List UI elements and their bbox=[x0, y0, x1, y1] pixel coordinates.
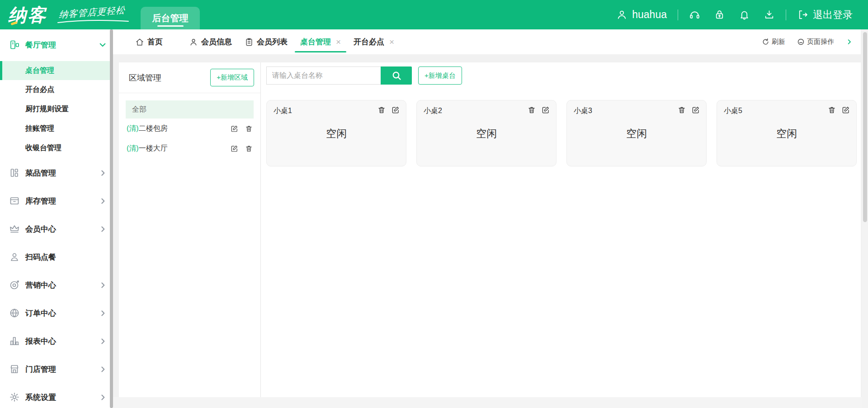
trash-icon[interactable] bbox=[245, 145, 253, 152]
tab-open-table-required[interactable]: 开台必点 × bbox=[347, 29, 401, 54]
tab-member-info[interactable]: 会员信息 bbox=[183, 29, 238, 54]
sidebar-item-label: 开台必点 bbox=[25, 85, 54, 95]
tables-panel: +新增桌台 小桌1 空闲 小桌2 bbox=[261, 62, 861, 397]
chart-icon bbox=[9, 336, 20, 346]
refresh-label: 刷新 bbox=[772, 38, 785, 46]
username: huahua bbox=[632, 9, 667, 21]
edit-icon[interactable] bbox=[231, 125, 238, 133]
refresh-button[interactable]: 刷新 bbox=[762, 38, 785, 46]
table-name: 小桌5 bbox=[724, 106, 742, 116]
trash-icon[interactable] bbox=[377, 106, 386, 114]
search-button[interactable] bbox=[381, 66, 412, 85]
backstage-nav-tab[interactable]: 后台管理 bbox=[141, 7, 200, 29]
sidebar-item-marketing-center[interactable]: 营销中心 bbox=[0, 271, 113, 299]
page-actions-button[interactable]: 页面操作 bbox=[797, 38, 834, 46]
sidebar-item-inventory[interactable]: 库存管理 bbox=[0, 187, 113, 215]
sidebar-item-member-center[interactable]: 会员中心 bbox=[0, 215, 113, 243]
globe-icon bbox=[9, 308, 20, 318]
add-region-button[interactable]: +新增区域 bbox=[210, 69, 254, 86]
chevron-right-icon[interactable] bbox=[846, 38, 853, 45]
page-scrollbar-thumb[interactable] bbox=[863, 32, 867, 222]
sidebar-item-label: 订单中心 bbox=[25, 308, 56, 318]
table-card[interactable]: 小桌2 空闲 bbox=[416, 100, 557, 166]
trash-icon[interactable] bbox=[828, 106, 836, 114]
sidebar-item-table-management[interactable]: 桌台管理 bbox=[0, 61, 113, 80]
sidebar-item-store-management[interactable]: 门店管理 bbox=[0, 355, 113, 383]
logout-icon bbox=[797, 9, 808, 20]
sidebar-item-order-center[interactable]: 订单中心 bbox=[0, 299, 113, 327]
edit-icon[interactable] bbox=[692, 106, 700, 114]
edit-icon[interactable] bbox=[842, 106, 850, 114]
table-card[interactable]: 小桌5 空闲 bbox=[717, 100, 857, 166]
headset-icon[interactable] bbox=[689, 9, 700, 20]
person-icon bbox=[9, 251, 20, 262]
trash-icon[interactable] bbox=[245, 125, 253, 133]
sidebar-scrollbar[interactable] bbox=[110, 29, 113, 408]
table-search-row: +新增桌台 bbox=[266, 66, 861, 85]
sidebar-group-label: 餐厅管理 bbox=[25, 40, 56, 50]
region-item-all[interactable]: 全部 bbox=[126, 100, 254, 119]
region-panel-header: 区域管理 +新增区域 bbox=[119, 62, 260, 93]
sidebar-item-credit-management[interactable]: 挂账管理 bbox=[0, 119, 113, 138]
edit-icon[interactable] bbox=[392, 106, 400, 114]
tab-member-list[interactable]: 会员列表 bbox=[238, 29, 294, 54]
sidebar-group-restaurant[interactable]: 餐厅管理 bbox=[0, 35, 113, 55]
region-list: 全部 (清) 二楼包房 (清) 一楼大厅 bbox=[119, 93, 260, 158]
region-panel-title: 区域管理 bbox=[129, 72, 161, 83]
edit-icon[interactable] bbox=[542, 106, 550, 114]
sidebar-item-kitchen-print-rules[interactable]: 厨打规则设置 bbox=[0, 100, 113, 119]
sidebar-item-label: 收银台管理 bbox=[25, 143, 61, 153]
lock-icon[interactable] bbox=[714, 9, 725, 20]
chevron-right-icon bbox=[99, 365, 107, 373]
region-item-actions bbox=[231, 125, 253, 133]
table-name: 小桌1 bbox=[274, 106, 292, 116]
region-panel: 区域管理 +新增区域 全部 (清) 二楼包房 (清) bbox=[119, 62, 260, 397]
page-actions-icon bbox=[797, 38, 805, 46]
chevron-right-icon bbox=[99, 169, 107, 177]
sidebar-item-label: 挂账管理 bbox=[25, 124, 54, 133]
tab-table-management[interactable]: 桌台管理 × bbox=[294, 29, 347, 54]
edit-icon[interactable] bbox=[231, 145, 238, 152]
tab-label: 开台必点 bbox=[354, 37, 384, 47]
tab-home[interactable]: 首页 bbox=[129, 29, 169, 54]
table-card[interactable]: 小桌1 空闲 bbox=[266, 100, 406, 166]
tab-label: 会员列表 bbox=[257, 37, 288, 47]
close-icon[interactable]: × bbox=[389, 37, 394, 47]
user-menu[interactable]: huahua bbox=[616, 9, 667, 21]
chevron-right-icon bbox=[99, 394, 107, 401]
trash-icon[interactable] bbox=[678, 106, 686, 114]
trash-icon[interactable] bbox=[528, 106, 536, 114]
sidebar-main-menu: 菜品管理 库存管理 会员中心 bbox=[0, 159, 113, 408]
close-icon[interactable]: × bbox=[336, 37, 341, 47]
sidebar-item-label: 会员中心 bbox=[25, 224, 56, 234]
chevron-right-icon bbox=[99, 225, 107, 233]
chevron-right-icon bbox=[99, 197, 107, 205]
clipboard-icon bbox=[245, 38, 254, 47]
sidebar-item-report-center[interactable]: 报表中心 bbox=[0, 327, 113, 355]
sidebar-item-label: 营销中心 bbox=[25, 280, 56, 290]
table-card-actions bbox=[528, 106, 550, 114]
sidebar-item-cashier-management[interactable]: 收银台管理 bbox=[0, 138, 113, 158]
region-item-actions bbox=[231, 145, 253, 152]
region-item-label: 二楼包房 bbox=[139, 124, 168, 133]
region-item[interactable]: (清) 二楼包房 bbox=[126, 119, 254, 138]
tab-label: 首页 bbox=[147, 37, 163, 47]
page-scrollbar[interactable] bbox=[862, 29, 868, 408]
sidebar-item-system-settings[interactable]: 系统设置 bbox=[0, 383, 113, 408]
bell-icon[interactable] bbox=[739, 9, 750, 20]
sidebar-item-dishes[interactable]: 菜品管理 bbox=[0, 159, 113, 187]
app-header: 纳客 纳客管店更轻松 后台管理 huahua bbox=[0, 0, 868, 29]
add-table-button[interactable]: +新增桌台 bbox=[418, 66, 462, 85]
download-icon[interactable] bbox=[764, 9, 775, 20]
sidebar-item-scan-order[interactable]: 扫码点餐 bbox=[0, 243, 113, 271]
table-card-actions bbox=[377, 106, 400, 114]
sidebar-item-label: 门店管理 bbox=[25, 364, 56, 375]
table-search-input[interactable] bbox=[266, 66, 381, 85]
table-card[interactable]: 小桌3 空闲 bbox=[566, 100, 707, 166]
table-name: 小桌3 bbox=[574, 106, 592, 116]
logout-button[interactable]: 退出登录 bbox=[797, 8, 853, 22]
region-item[interactable]: (清) 一楼大厅 bbox=[126, 138, 254, 158]
table-status: 空闲 bbox=[267, 126, 406, 140]
sidebar-item-open-table-required[interactable]: 开台必点 bbox=[0, 80, 113, 100]
bottom-strip bbox=[113, 397, 868, 408]
